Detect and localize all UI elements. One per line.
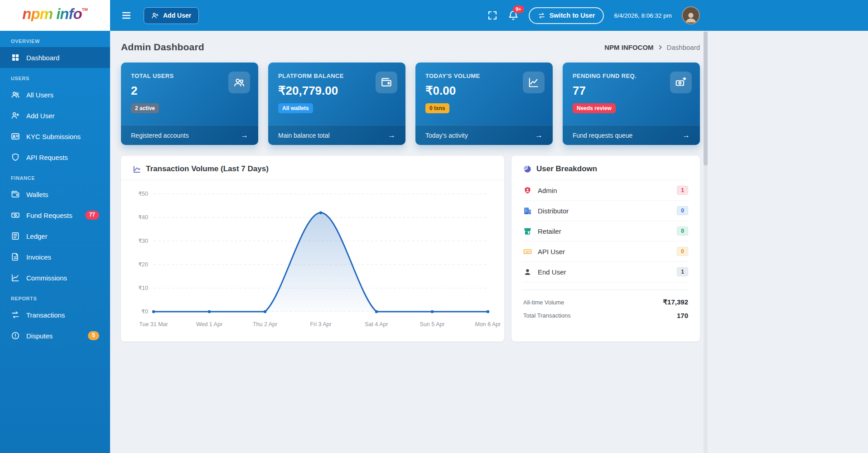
add-user-button[interactable]: Add User: [144, 7, 199, 24]
sidebar-item-label: API Requests: [26, 154, 68, 161]
arrow-right-icon: →: [388, 131, 395, 139]
svg-text:₹30: ₹30: [138, 238, 148, 244]
stat-card-today-s-volume[interactable]: TODAY'S VOLUME₹0.000 txnsToday's activit…: [415, 63, 553, 145]
line-chart-icon: [133, 165, 141, 173]
chart-icon: [523, 72, 545, 93]
users-icon: [228, 72, 250, 93]
users-icon: [11, 90, 20, 99]
topbar: Add User 9+ Switch to User 6/4/2026, 8:0…: [110, 0, 868, 31]
summary-label: All-time Volume: [523, 299, 564, 306]
breadcrumb-root[interactable]: NPM INFOCOM: [604, 43, 653, 51]
ledger-icon: [11, 231, 20, 241]
notification-badge: 9+: [513, 5, 524, 13]
sidebar-item-label: Add User: [26, 112, 55, 120]
stat-footer-link[interactable]: Registered accounts→: [121, 125, 258, 145]
stat-footer-label: Registered accounts: [131, 132, 189, 139]
svg-text:Sun 5 Apr: Sun 5 Apr: [420, 321, 445, 328]
svg-text:API: API: [526, 251, 530, 253]
sidebar-item-disputes[interactable]: Disputes5: [0, 325, 110, 346]
breakdown-row-end-user: End User1: [522, 262, 689, 282]
breakdown-row-count: 0: [677, 226, 688, 236]
svg-text:Mon 6 Apr: Mon 6 Apr: [475, 321, 501, 328]
stat-cards-row: TOTAL USERS22 activeRegistered accounts→…: [121, 63, 700, 145]
shield-user-icon: [523, 186, 532, 195]
user-plus-icon: [151, 12, 159, 19]
stat-badge: All wallets: [278, 103, 313, 113]
sidebar-item-all-users[interactable]: All Users: [0, 84, 110, 105]
wallet-icon: [376, 72, 397, 93]
breakdown-row-label: End User: [538, 268, 671, 276]
brand-part-2: info: [56, 5, 82, 22]
breakdown-summary: All-time Volume₹17,392Total Transactions…: [522, 289, 689, 322]
chart-icon: [11, 273, 20, 282]
stat-badge: 0 txns: [425, 103, 449, 113]
breadcrumb: NPM INFOCOM Dashboard: [604, 43, 700, 51]
sidebar-item-kyc-submissions[interactable]: KYC Submissions: [0, 126, 110, 147]
sidebar-section-label-finance: FINANCE: [0, 168, 110, 184]
brand-logo[interactable]: npm infoTM: [0, 0, 110, 31]
sidebar-item-fund-requests[interactable]: Fund Requests77: [0, 205, 110, 226]
arrow-right-icon: →: [241, 131, 248, 139]
user-icon: [523, 268, 532, 276]
wallet-icon: [11, 190, 20, 199]
id-card-icon: [11, 132, 20, 141]
notifications-button[interactable]: 9+: [508, 10, 519, 21]
scrollbar-thumb[interactable]: [704, 32, 708, 165]
stat-footer-link[interactable]: Today's activity→: [415, 125, 553, 145]
sidebar-item-transactions[interactable]: Transactions: [0, 304, 110, 325]
fullscreen-icon[interactable]: [487, 10, 498, 21]
stat-footer-label: Today's activity: [425, 132, 468, 139]
sidebar: npm infoTM OVERVIEWDashboardUSERSAll Use…: [0, 0, 110, 453]
scrollbar[interactable]: [704, 31, 708, 453]
page-title: Admin Dashboard: [121, 42, 204, 53]
sidebar-item-api-requests[interactable]: API Requests: [0, 147, 110, 168]
sidebar-item-dashboard[interactable]: Dashboard: [0, 47, 110, 68]
breakdown-row-label: API User: [538, 248, 671, 255]
sidebar-item-label: Wallets: [26, 191, 48, 198]
file-icon: [11, 252, 20, 261]
sidebar-item-commissions[interactable]: Commissions: [0, 267, 110, 288]
arrow-right-icon: →: [535, 131, 543, 139]
sidebar-nav: OVERVIEWDashboardUSERSAll UsersAdd UserK…: [0, 31, 110, 346]
sidebar-item-add-user[interactable]: Add User: [0, 105, 110, 126]
cash-icon: [11, 211, 20, 220]
arrow-right-icon: →: [682, 131, 690, 139]
breakdown-row-retailer: Retailer0: [522, 221, 689, 241]
sidebar-item-label: Transactions: [26, 311, 65, 319]
stat-card-platform-balance[interactable]: PLATFORM BALANCE₹20,779.00All walletsMai…: [268, 63, 405, 145]
stat-footer-label: Main balance total: [278, 132, 330, 139]
swap-icon: [538, 12, 545, 19]
sidebar-item-label: All Users: [26, 91, 53, 99]
stat-footer-link[interactable]: Main balance total→: [268, 125, 405, 145]
grid-icon: [11, 53, 20, 62]
brand-tm-mark: TM: [82, 7, 88, 12]
menu-icon[interactable]: [121, 10, 132, 21]
breakdown-row-label: Retailer: [538, 227, 671, 235]
svg-text:Tue 31 Mar: Tue 31 Mar: [139, 321, 168, 328]
shield-icon: [11, 153, 20, 162]
stat-footer-link[interactable]: Fund requests queue→: [563, 125, 700, 145]
alert-icon: [11, 331, 20, 340]
breakdown-row-count: 1: [677, 267, 688, 276]
breakdown-row-label: Admin: [538, 187, 671, 194]
breakdown-card-title: User Breakdown: [536, 164, 597, 173]
sidebar-item-label: KYC Submissions: [26, 133, 81, 140]
shop-icon: [523, 227, 532, 236]
svg-text:₹50: ₹50: [138, 191, 148, 197]
summary-row-all-time-volume: All-time Volume₹17,392: [522, 295, 689, 309]
switch-to-user-button[interactable]: Switch to User: [529, 7, 604, 24]
avatar[interactable]: [682, 6, 700, 24]
stat-card-total-users[interactable]: TOTAL USERS22 activeRegistered accounts→: [121, 63, 258, 145]
api-icon: API: [523, 247, 532, 256]
stat-card-pending-fund-req[interactable]: PENDING FUND REQ.77Needs reviewFund requ…: [563, 63, 700, 145]
svg-text:Wed 1 Apr: Wed 1 Apr: [196, 321, 222, 328]
sidebar-item-ledger[interactable]: Ledger: [0, 226, 110, 246]
content-area: Admin Dashboard NPM INFOCOM Dashboard TO…: [110, 31, 868, 453]
sidebar-item-invoices[interactable]: Invoices: [0, 246, 110, 267]
sidebar-item-badge: 77: [85, 211, 99, 220]
sidebar-section-label-reports: REPORTS: [0, 288, 110, 304]
svg-text:₹10: ₹10: [138, 285, 148, 291]
sidebar-item-wallets[interactable]: Wallets: [0, 184, 110, 205]
svg-text:₹0: ₹0: [141, 308, 148, 315]
add-user-label: Add User: [163, 12, 191, 19]
